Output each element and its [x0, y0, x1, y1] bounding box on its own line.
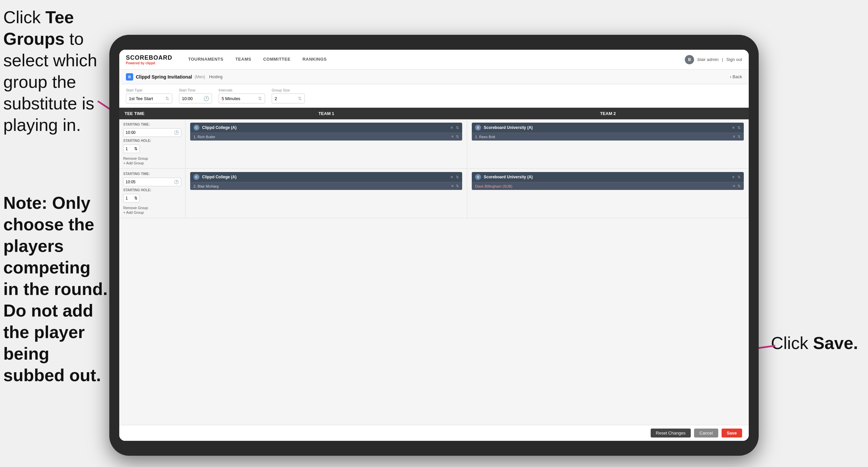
back-button[interactable]: ‹ Back: [730, 74, 742, 79]
group-size-spinner: ⇅: [298, 96, 302, 101]
time-clock-2: 🕐: [174, 180, 179, 184]
player-row-2-1[interactable]: 1. Rees Britt ✕ ⇅: [472, 133, 744, 141]
player-arrows-2-1: ⇅: [738, 135, 740, 139]
team1-remove-2[interactable]: ✕: [450, 175, 453, 179]
team1-arrows-2: ⇅: [456, 175, 459, 179]
annotation-prefix: Click: [3, 8, 45, 27]
group-size-label: Group Size: [272, 88, 305, 92]
team2-card-1[interactable]: S Scoreboard University (A) ✕ ⇅ 1. Rees …: [472, 123, 744, 141]
team2-col-2: S Scoreboard University (A) ✕ ⇅ Dave Bil…: [467, 169, 749, 218]
tee-group-left-1: STARTING TIME: 10:00 🕐 STARTING HOLE: 1 …: [119, 119, 186, 168]
starting-time-input-1[interactable]: 10:00 🕐: [123, 128, 181, 137]
add-group-btn-1[interactable]: + Add Group: [123, 161, 181, 165]
start-type-input[interactable]: 1st Tee Start ⇅: [126, 93, 172, 104]
nav-tournaments[interactable]: TOURNAMENTS: [182, 50, 229, 69]
team1-card-header-1: C Clippd College (A) ✕ ⇅: [190, 123, 462, 133]
team2-remove-1[interactable]: ✕: [732, 126, 735, 130]
add-group-btn-2[interactable]: + Add Group: [123, 210, 181, 214]
team2-arrows-1: ⇅: [738, 126, 740, 130]
player-name-1-2: 2. Blair McHarg: [193, 184, 449, 188]
team1-col-1: C Clippd College (A) ✕ ⇅ 1. Rich Butler …: [186, 119, 467, 168]
player-row-2-2[interactable]: Dave Billingham (SUB) ✕ ⇅: [472, 182, 744, 190]
sub-header: B Clippd Spring Invitational (Men) Hosti…: [119, 69, 749, 84]
tournament-name: Clippd Spring Invitational: [136, 74, 192, 80]
remove-group-btn-1[interactable]: Remove Group: [123, 156, 181, 160]
tee-table-header: Tee Time Team 1 Team 2: [119, 108, 749, 119]
nav-teams[interactable]: TEAMS: [229, 50, 257, 69]
starting-time-label-1: STARTING TIME:: [123, 123, 181, 126]
starting-hole-label-1: STARTING HOLE:: [123, 139, 181, 143]
team2-remove-2[interactable]: ✕: [732, 175, 735, 179]
team2-logo-2: S: [475, 174, 481, 180]
team1-remove-1[interactable]: ✕: [450, 126, 453, 130]
team2-card-2[interactable]: S Scoreboard University (A) ✕ ⇅ Dave Bil…: [472, 172, 744, 190]
team1-header: Team 1: [186, 108, 467, 119]
player-arrows-1-1: ⇅: [456, 135, 459, 139]
player-remove-1-1[interactable]: ✕: [451, 135, 454, 139]
intervals-input[interactable]: 5 Minutes ⇅: [219, 93, 265, 104]
sign-out-link[interactable]: Sign out: [726, 57, 742, 62]
team1-arrows-1: ⇅: [456, 126, 459, 130]
group-size-input[interactable]: 2 ⇅: [272, 93, 305, 104]
team1-card-1[interactable]: C Clippd College (A) ✕ ⇅ 1. Rich Butler …: [190, 123, 462, 141]
save-button[interactable]: Save: [721, 429, 742, 438]
starting-hole-label-2: STARTING HOLE:: [123, 188, 181, 192]
intervals-label: Intervals: [219, 88, 265, 92]
team2-arrows-2: ⇅: [738, 175, 740, 179]
team2-col-1: S Scoreboard University (A) ✕ ⇅ 1. Rees …: [467, 119, 749, 168]
starting-hole-input-1[interactable]: 1 ⇅: [123, 145, 140, 153]
intervals-spinner: ⇅: [258, 96, 262, 101]
remove-add-group-1: Remove Group + Add Group: [123, 156, 181, 165]
user-avatar: B: [685, 55, 694, 64]
footer-bar: Reset Changes Cancel Save: [119, 425, 749, 441]
time-clock-1: 🕐: [174, 130, 179, 135]
tee-groups-area: STARTING TIME: 10:00 🕐 STARTING HOLE: 1 …: [119, 119, 749, 425]
start-type-label: Start Type: [126, 88, 172, 92]
starting-time-label-2: STARTING TIME:: [123, 172, 181, 176]
remove-group-btn-2[interactable]: Remove Group: [123, 206, 181, 210]
logo-brand: clippd: [146, 61, 155, 65]
tee-group-row-1: STARTING TIME: 10:00 🕐 STARTING HOLE: 1 …: [119, 119, 749, 169]
player-arrows-2-2: ⇅: [738, 184, 740, 188]
start-type-spinner: ⇅: [165, 96, 169, 101]
nav-links: TOURNAMENTS TEAMS COMMITTEE RANKINGS: [182, 50, 685, 69]
tablet-frame: SCOREBOARD Powered by clippd TOURNAMENTS…: [109, 35, 759, 456]
player-row-1-1[interactable]: 1. Rich Butler ✕ ⇅: [190, 133, 462, 141]
tournament-gender: (Men): [195, 75, 205, 79]
player-row-1-2[interactable]: 2. Blair McHarg ✕ ⇅: [190, 182, 462, 190]
player-name-2-2: Dave Billingham (SUB): [475, 184, 731, 188]
starting-hole-input-2[interactable]: 1 ⇅: [123, 194, 140, 203]
note-bold-prefix: Note:: [3, 193, 52, 212]
user-label: blair admin: [698, 57, 719, 62]
team1-name-2: Clippd College (A): [202, 175, 447, 179]
cancel-button[interactable]: Cancel: [694, 429, 718, 438]
starting-time-input-2[interactable]: 10:05 🕐: [123, 178, 181, 186]
settings-row: Start Type 1st Tee Start ⇅ Start Time 10…: [119, 84, 749, 108]
tablet-screen: SCOREBOARD Powered by clippd TOURNAMENTS…: [119, 50, 749, 441]
nav-committee[interactable]: COMMITTEE: [257, 50, 297, 69]
player-name-2-1: 1. Rees Britt: [475, 135, 731, 139]
start-type-field: Start Type 1st Tee Start ⇅: [126, 88, 172, 104]
start-time-label: Start Time: [179, 88, 212, 92]
click-save-prefix: Click: [771, 333, 813, 353]
team2-logo-1: S: [475, 125, 481, 130]
player-remove-2-2[interactable]: ✕: [733, 184, 736, 188]
separator: |: [722, 57, 723, 62]
player-arrows-1-2: ⇅: [456, 184, 459, 188]
nav-rankings[interactable]: RANKINGS: [297, 50, 333, 69]
player-remove-1-2[interactable]: ✕: [451, 184, 454, 188]
player-remove-2-1[interactable]: ✕: [733, 135, 736, 139]
tee-group-left-2: STARTING TIME: 10:05 🕐 STARTING HOLE: 1 …: [119, 169, 186, 218]
start-time-field: Start Time 10:00 🕐: [179, 88, 212, 104]
team1-card-2[interactable]: C Clippd College (A) ✕ ⇅ 2. Blair McHarg…: [190, 172, 462, 190]
note-bold-text: Only choose the players competing in the…: [3, 193, 108, 385]
logo-powered: Powered by clippd: [126, 61, 172, 65]
main-content: Start Type 1st Tee Start ⇅ Start Time 10…: [119, 84, 749, 441]
hosting-label: Hosting: [209, 75, 223, 79]
start-time-clock: 🕐: [204, 96, 209, 101]
reset-changes-button[interactable]: Reset Changes: [651, 429, 691, 438]
start-time-input[interactable]: 10:00 🕐: [179, 93, 212, 104]
click-save-bold: Save.: [813, 333, 858, 353]
hole-spinner-1: ⇅: [134, 146, 137, 151]
team2-card-header-1: S Scoreboard University (A) ✕ ⇅: [472, 123, 744, 133]
